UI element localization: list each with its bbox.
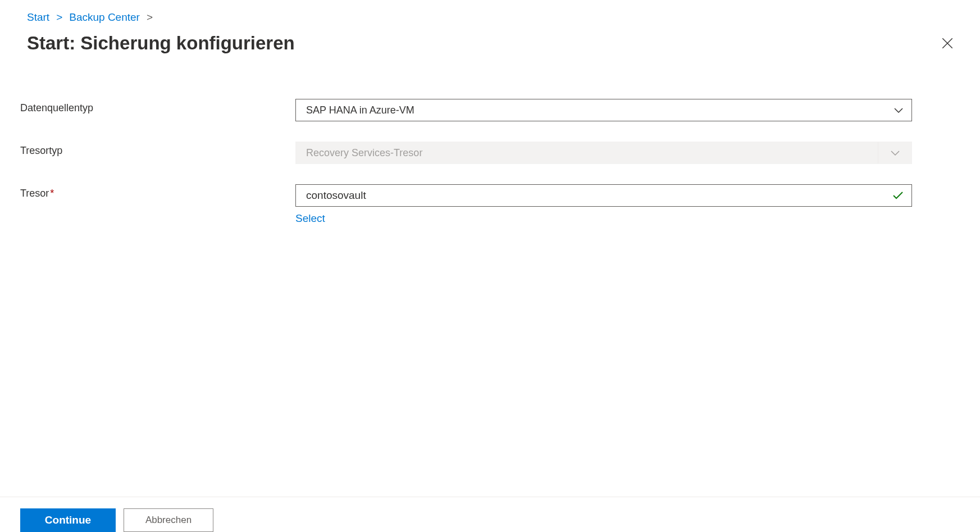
- chevron-right-icon: >: [56, 11, 62, 24]
- checkmark-icon: [892, 191, 904, 200]
- vault-input[interactable]: contosovault: [295, 184, 912, 207]
- chevron-right-icon: >: [147, 11, 153, 24]
- datasource-value: SAP HANA in Azure-VM: [306, 104, 414, 116]
- vault-value: contosovault: [306, 189, 366, 202]
- header: Start: Sicherung konfigurieren: [0, 28, 980, 54]
- continue-button[interactable]: Continue: [20, 508, 116, 532]
- cancel-button[interactable]: Abbrechen: [124, 508, 213, 532]
- vault-label-text: Tresor: [20, 188, 49, 199]
- vault-type-label: Tresortyp: [20, 142, 295, 157]
- breadcrumb-backup-center[interactable]: Backup Center: [69, 11, 140, 24]
- breadcrumb-start[interactable]: Start: [27, 11, 49, 24]
- select-vault-link[interactable]: Select: [295, 212, 325, 225]
- form-row-vault-type: Tresortyp Recovery Services-Tresor: [20, 142, 953, 164]
- vault-type-select: Recovery Services-Tresor: [295, 142, 912, 164]
- breadcrumb: Start > Backup Center >: [0, 0, 980, 28]
- close-button[interactable]: [937, 33, 958, 53]
- datasource-select[interactable]: SAP HANA in Azure-VM: [295, 99, 912, 121]
- vault-type-value: Recovery Services-Tresor: [306, 147, 422, 159]
- datasource-label: Datenquellentyp: [20, 99, 295, 114]
- chevron-down-icon: [894, 107, 904, 113]
- vault-label: Tresor*: [20, 184, 295, 199]
- page-title: Start: Sicherung konfigurieren: [27, 33, 295, 54]
- footer: Continue Abbrechen: [0, 497, 980, 532]
- close-icon: [942, 38, 953, 49]
- required-indicator: *: [50, 188, 54, 199]
- form-row-datasource: Datenquellentyp SAP HANA in Azure-VM: [20, 99, 953, 121]
- form-row-vault: Tresor* contosovault Select: [20, 184, 953, 225]
- chevron-down-icon: [878, 142, 911, 163]
- form: Datenquellentyp SAP HANA in Azure-VM Tre…: [0, 54, 980, 225]
